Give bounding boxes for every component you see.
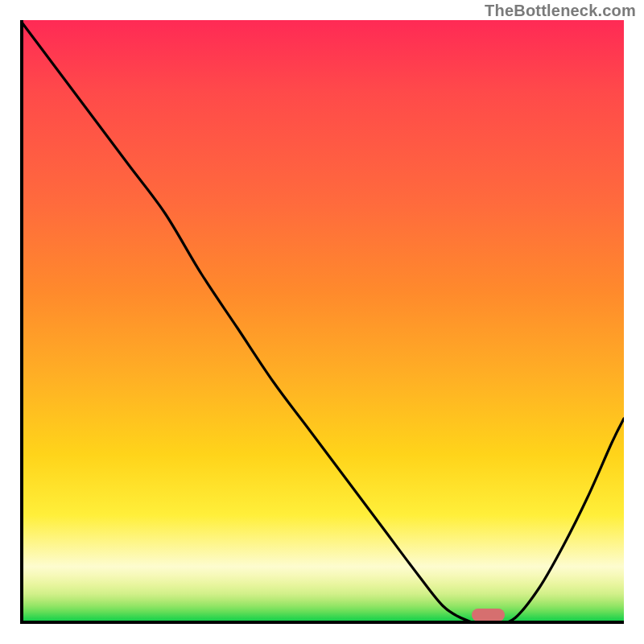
chart-container: TheBottleneck.com xyxy=(0,0,644,644)
gradient-background xyxy=(20,20,624,624)
plot-area xyxy=(20,20,624,624)
watermark-text: TheBottleneck.com xyxy=(485,2,636,20)
